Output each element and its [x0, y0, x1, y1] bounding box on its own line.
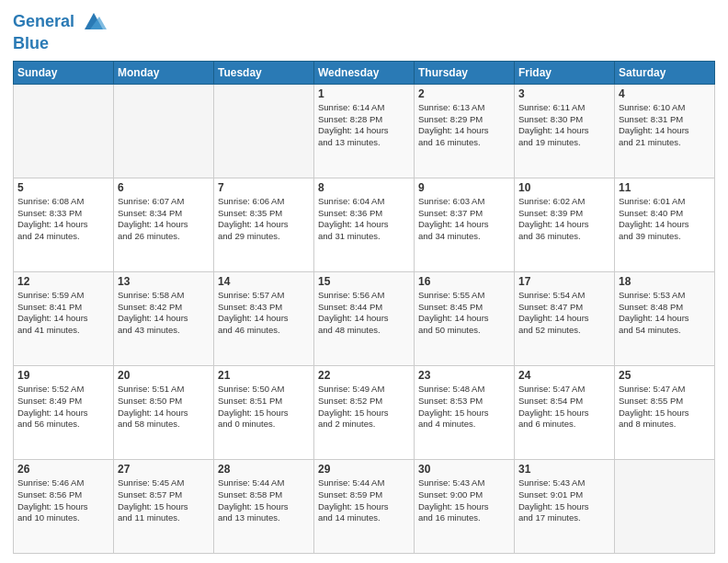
day-info: Sunrise: 5:47 AM Sunset: 8:55 PM Dayligh…: [619, 384, 711, 431]
week-row-3: 12Sunrise: 5:59 AM Sunset: 8:41 PM Dayli…: [14, 271, 715, 365]
logo-blue: Blue: [13, 34, 49, 52]
logo-text: General Blue: [13, 9, 107, 53]
day-number: 24: [518, 369, 610, 382]
logo-icon: [81, 9, 107, 35]
day-number: 31: [518, 463, 610, 476]
day-info: Sunrise: 5:55 AM Sunset: 8:45 PM Dayligh…: [418, 290, 510, 337]
day-number: 4: [619, 87, 711, 100]
day-info: Sunrise: 6:08 AM Sunset: 8:33 PM Dayligh…: [17, 196, 109, 243]
day-cell: 27Sunrise: 5:45 AM Sunset: 8:57 PM Dayli…: [114, 459, 214, 553]
day-number: 29: [318, 463, 410, 476]
day-info: Sunrise: 6:14 AM Sunset: 8:28 PM Dayligh…: [318, 102, 410, 149]
week-row-4: 19Sunrise: 5:52 AM Sunset: 8:49 PM Dayli…: [14, 365, 715, 459]
day-number: 28: [218, 463, 310, 476]
day-info: Sunrise: 5:48 AM Sunset: 8:53 PM Dayligh…: [418, 384, 510, 431]
day-cell: 24Sunrise: 5:47 AM Sunset: 8:54 PM Dayli…: [515, 365, 615, 459]
day-cell: [615, 459, 715, 553]
day-cell: 20Sunrise: 5:51 AM Sunset: 8:50 PM Dayli…: [114, 365, 214, 459]
day-number: 22: [318, 369, 410, 382]
logo-general: General: [13, 12, 74, 30]
day-info: Sunrise: 6:04 AM Sunset: 8:36 PM Dayligh…: [318, 196, 410, 243]
day-cell: 9Sunrise: 6:03 AM Sunset: 8:37 PM Daylig…: [415, 178, 515, 271]
day-number: 3: [518, 87, 610, 100]
day-number: 25: [619, 369, 711, 382]
day-info: Sunrise: 5:57 AM Sunset: 8:43 PM Dayligh…: [218, 290, 310, 337]
day-cell: 21Sunrise: 5:50 AM Sunset: 8:51 PM Dayli…: [214, 365, 314, 459]
day-number: 5: [17, 181, 109, 194]
day-number: 2: [418, 87, 510, 100]
day-number: 7: [218, 181, 310, 194]
weekday-sunday: Sunday: [14, 61, 114, 84]
day-number: 23: [418, 369, 510, 382]
day-info: Sunrise: 6:02 AM Sunset: 8:39 PM Dayligh…: [518, 196, 610, 243]
day-cell: 16Sunrise: 5:55 AM Sunset: 8:45 PM Dayli…: [415, 271, 515, 365]
day-info: Sunrise: 5:45 AM Sunset: 8:57 PM Dayligh…: [118, 477, 210, 524]
day-info: Sunrise: 5:49 AM Sunset: 8:52 PM Dayligh…: [318, 384, 410, 431]
weekday-friday: Friday: [515, 61, 615, 84]
day-cell: 13Sunrise: 5:58 AM Sunset: 8:42 PM Dayli…: [114, 271, 214, 365]
day-cell: 4Sunrise: 6:10 AM Sunset: 8:31 PM Daylig…: [615, 84, 715, 178]
day-number: 19: [17, 369, 109, 382]
header: General Blue: [13, 9, 715, 53]
logo: General Blue: [13, 9, 107, 53]
day-number: 13: [118, 275, 210, 288]
day-cell: 5Sunrise: 6:08 AM Sunset: 8:33 PM Daylig…: [14, 178, 114, 271]
day-number: 11: [619, 181, 711, 194]
day-info: Sunrise: 6:11 AM Sunset: 8:30 PM Dayligh…: [518, 102, 610, 149]
day-cell: 12Sunrise: 5:59 AM Sunset: 8:41 PM Dayli…: [14, 271, 114, 365]
day-info: Sunrise: 5:54 AM Sunset: 8:47 PM Dayligh…: [518, 290, 610, 337]
week-row-1: 1Sunrise: 6:14 AM Sunset: 8:28 PM Daylig…: [14, 84, 715, 178]
day-number: 17: [518, 275, 610, 288]
day-info: Sunrise: 5:43 AM Sunset: 9:00 PM Dayligh…: [418, 477, 510, 524]
day-cell: 18Sunrise: 5:53 AM Sunset: 8:48 PM Dayli…: [615, 271, 715, 365]
day-cell: 22Sunrise: 5:49 AM Sunset: 8:52 PM Dayli…: [314, 365, 415, 459]
day-number: 6: [118, 181, 210, 194]
day-info: Sunrise: 5:44 AM Sunset: 8:59 PM Dayligh…: [318, 477, 410, 524]
day-info: Sunrise: 5:53 AM Sunset: 8:48 PM Dayligh…: [619, 290, 711, 337]
day-cell: 7Sunrise: 6:06 AM Sunset: 8:35 PM Daylig…: [214, 178, 314, 271]
day-cell: 26Sunrise: 5:46 AM Sunset: 8:56 PM Dayli…: [14, 459, 114, 553]
day-info: Sunrise: 6:07 AM Sunset: 8:34 PM Dayligh…: [118, 196, 210, 243]
day-number: 30: [418, 463, 510, 476]
day-number: 8: [318, 181, 410, 194]
day-cell: 17Sunrise: 5:54 AM Sunset: 8:47 PM Dayli…: [515, 271, 615, 365]
weekday-monday: Monday: [114, 61, 214, 84]
day-number: 21: [218, 369, 310, 382]
day-cell: 29Sunrise: 5:44 AM Sunset: 8:59 PM Dayli…: [314, 459, 415, 553]
day-cell: 2Sunrise: 6:13 AM Sunset: 8:29 PM Daylig…: [415, 84, 515, 178]
day-cell: 23Sunrise: 5:48 AM Sunset: 8:53 PM Dayli…: [415, 365, 515, 459]
day-cell: 31Sunrise: 5:43 AM Sunset: 9:01 PM Dayli…: [515, 459, 615, 553]
day-number: 15: [318, 275, 410, 288]
day-info: Sunrise: 6:01 AM Sunset: 8:40 PM Dayligh…: [619, 196, 711, 243]
day-info: Sunrise: 5:59 AM Sunset: 8:41 PM Dayligh…: [17, 290, 109, 337]
day-cell: 14Sunrise: 5:57 AM Sunset: 8:43 PM Dayli…: [214, 271, 314, 365]
day-cell: 30Sunrise: 5:43 AM Sunset: 9:00 PM Dayli…: [415, 459, 515, 553]
day-cell: [14, 84, 114, 178]
day-info: Sunrise: 5:43 AM Sunset: 9:01 PM Dayligh…: [518, 477, 610, 524]
day-info: Sunrise: 6:03 AM Sunset: 8:37 PM Dayligh…: [418, 196, 510, 243]
day-number: 27: [118, 463, 210, 476]
day-cell: 6Sunrise: 6:07 AM Sunset: 8:34 PM Daylig…: [114, 178, 214, 271]
day-info: Sunrise: 5:51 AM Sunset: 8:50 PM Dayligh…: [118, 384, 210, 431]
day-info: Sunrise: 5:47 AM Sunset: 8:54 PM Dayligh…: [518, 384, 610, 431]
day-cell: 28Sunrise: 5:44 AM Sunset: 8:58 PM Dayli…: [214, 459, 314, 553]
day-number: 16: [418, 275, 510, 288]
day-info: Sunrise: 5:46 AM Sunset: 8:56 PM Dayligh…: [17, 477, 109, 524]
day-cell: 15Sunrise: 5:56 AM Sunset: 8:44 PM Dayli…: [314, 271, 415, 365]
day-cell: 11Sunrise: 6:01 AM Sunset: 8:40 PM Dayli…: [615, 178, 715, 271]
day-cell: 3Sunrise: 6:11 AM Sunset: 8:30 PM Daylig…: [515, 84, 615, 178]
day-info: Sunrise: 5:44 AM Sunset: 8:58 PM Dayligh…: [218, 477, 310, 524]
day-info: Sunrise: 6:13 AM Sunset: 8:29 PM Dayligh…: [418, 102, 510, 149]
day-info: Sunrise: 6:10 AM Sunset: 8:31 PM Dayligh…: [619, 102, 711, 149]
day-cell: 25Sunrise: 5:47 AM Sunset: 8:55 PM Dayli…: [615, 365, 715, 459]
day-number: 1: [318, 87, 410, 100]
day-cell: [214, 84, 314, 178]
day-number: 18: [619, 275, 711, 288]
day-cell: 10Sunrise: 6:02 AM Sunset: 8:39 PM Dayli…: [515, 178, 615, 271]
day-info: Sunrise: 5:56 AM Sunset: 8:44 PM Dayligh…: [318, 290, 410, 337]
weekday-tuesday: Tuesday: [214, 61, 314, 84]
day-number: 12: [17, 275, 109, 288]
day-info: Sunrise: 6:06 AM Sunset: 8:35 PM Dayligh…: [218, 196, 310, 243]
day-number: 14: [218, 275, 310, 288]
calendar-page: General Blue SundayMondayTuesdayWednesda…: [0, 0, 728, 563]
